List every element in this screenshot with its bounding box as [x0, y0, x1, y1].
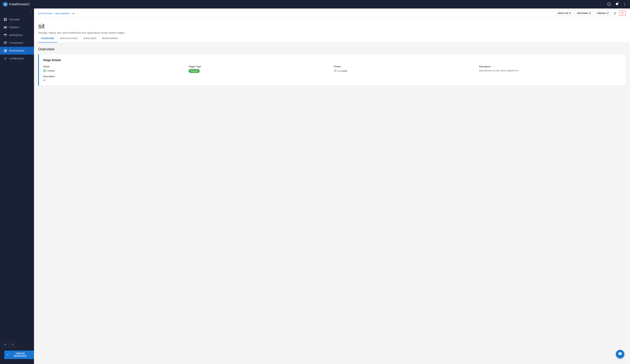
trash-icon — [621, 12, 624, 15]
namespace-field: Namespace edp-delivery-ms-dev-demo-pipel… — [479, 65, 622, 72]
cluster-value: in-cluster — [334, 69, 476, 72]
info-button[interactable]: i — [607, 2, 612, 7]
tab-pipelines-label: PIPELINES — [84, 37, 96, 40]
svg-rect-8 — [4, 18, 5, 19]
brand-name: KubeRocketCI — [9, 2, 30, 6]
sidebar-item-overview[interactable]: Overview — [0, 16, 34, 23]
edit-icon — [613, 12, 616, 15]
breadcrumb-sep-2: / — [71, 12, 71, 15]
argo-cd-label: ARGO CD — [558, 12, 568, 14]
sidebar-item-pipelines[interactable]: Pipelines — [0, 23, 34, 31]
sidebar-item-label-pipelines: Pipelines — [9, 26, 19, 29]
tab-monitoring-label: MONITORING — [102, 37, 118, 40]
sidebar-bottom-tools — [2, 341, 32, 348]
description-value: sit — [43, 79, 622, 82]
svg-point-21 — [4, 51, 4, 51]
kibana-external-icon — [606, 12, 608, 14]
sidebar-item-components[interactable]: Components — [0, 39, 34, 47]
sidebar-item-label-configuration: Configuration — [9, 57, 24, 60]
brand-icon — [3, 2, 8, 7]
svg-point-7 — [624, 5, 625, 6]
breadcrumb-sep-1: / — [53, 12, 54, 15]
namespace-value: edp-delivery-ms-dev-demo-pipeline-sit — [479, 69, 622, 72]
breadcrumb: Environments / demo-pipeline / sit — [38, 12, 74, 15]
navbar: KubeRocketCI i — [0, 0, 630, 8]
overview-icon — [4, 18, 7, 21]
sidebar-item-configuration[interactable]: Configuration — [0, 54, 34, 62]
svg-rect-10 — [4, 20, 5, 21]
create-resource-plus: + — [7, 354, 8, 356]
page-header: sit Manage, deploy, test, and troublesho… — [34, 18, 630, 34]
marketplace-icon — [4, 33, 7, 37]
navbar-brand: KubeRocketCI — [3, 2, 607, 7]
svg-rect-9 — [6, 18, 7, 19]
navbar-actions: i — [607, 2, 627, 7]
settings-tool-button[interactable] — [10, 341, 16, 348]
cluster-icon — [334, 69, 337, 72]
svg-point-5 — [624, 3, 625, 4]
tab-applications-label: APPLICATIONS — [60, 37, 78, 40]
delete-button[interactable] — [619, 10, 626, 16]
components-icon — [4, 41, 7, 44]
svg-text:i: i — [609, 3, 610, 6]
status-text: created — [47, 70, 55, 72]
tab-overview[interactable]: OVERVIEW — [38, 34, 57, 42]
sidebar: ‹ Overview — [0, 8, 34, 364]
sidebar-item-marketplace[interactable]: Marketplace — [0, 31, 34, 39]
sidebar-collapse[interactable]: ‹ — [0, 8, 34, 14]
notification-button[interactable] — [614, 2, 620, 7]
info-icon: i — [607, 2, 611, 6]
svg-rect-13 — [4, 27, 7, 28]
sidebar-item-label-environments: Environments — [9, 49, 24, 52]
tab-monitoring[interactable]: MONITORING — [99, 34, 120, 42]
stage-details-card: Stage Details Status created — [38, 54, 626, 86]
sidebar-item-label-components: Components — [9, 42, 23, 44]
overview-section-title: Overview — [38, 47, 626, 52]
kibana-label: KIBANA — [597, 12, 606, 14]
manual-badge: manual — [188, 69, 200, 73]
cluster-text: in-cluster — [338, 70, 348, 72]
breadcrumb-pipeline[interactable]: demo-pipeline — [55, 12, 70, 15]
svg-point-16 — [6, 36, 6, 36]
chat-fab-button[interactable] — [616, 350, 624, 358]
svg-point-24 — [13, 344, 14, 345]
svg-point-22 — [4, 52, 4, 52]
create-resource-wrapper: + CREATE RESOURCE — [0, 348, 34, 364]
more-menu-button[interactable] — [622, 2, 627, 7]
svg-rect-11 — [6, 20, 7, 21]
trigger-type-label: Trigger Type — [188, 65, 331, 68]
sidebar-item-label-overview: Overview — [9, 18, 20, 21]
chat-icon — [618, 352, 622, 356]
content-area: Environments / demo-pipeline / sit ARGO … — [34, 8, 630, 364]
breadcrumb-environments[interactable]: Environments — [38, 12, 52, 15]
pipelines-icon — [4, 26, 7, 29]
kibana-button[interactable]: KIBANA — [594, 11, 611, 16]
status-field: Status created — [43, 65, 186, 72]
grafana-button[interactable]: GRAFANA — [574, 11, 593, 16]
tab-overview-label: OVERVIEW — [41, 37, 54, 40]
create-resource-label: CREATE RESOURCE — [10, 352, 31, 357]
svg-point-20 — [4, 50, 4, 50]
sidebar-nav: Overview Pipelines — [0, 14, 34, 340]
svg-point-26 — [335, 70, 336, 71]
create-resource-button[interactable]: + CREATE RESOURCE — [4, 350, 34, 359]
notification-dot — [618, 2, 619, 4]
edit-button[interactable] — [612, 10, 618, 16]
sidebar-item-environments[interactable]: Environments — [0, 47, 34, 54]
tab-applications[interactable]: APPLICATIONS — [57, 34, 81, 42]
collapse-button[interactable]: ‹ — [31, 10, 32, 13]
svg-point-15 — [4, 36, 5, 36]
stage-details-grid: Status created Trigger Type — [43, 65, 622, 72]
tab-pipelines[interactable]: PIPELINES — [81, 34, 99, 42]
page-description: Manage, deploy, test, and troubleshoot y… — [38, 31, 626, 34]
grafana-label: GRAFANA — [577, 12, 588, 14]
edit-tool-button[interactable] — [2, 341, 8, 348]
sidebar-item-label-marketplace: Marketplace — [9, 34, 23, 36]
description-field: Description sit — [43, 75, 622, 82]
trigger-type-field: Trigger Type manual — [188, 65, 331, 72]
status-label: Status — [43, 65, 186, 68]
status-value: created — [43, 69, 186, 72]
stage-details-title: Stage Details — [43, 58, 622, 62]
svg-point-6 — [624, 4, 625, 4]
argo-cd-button[interactable]: ARGO CD — [555, 11, 573, 16]
